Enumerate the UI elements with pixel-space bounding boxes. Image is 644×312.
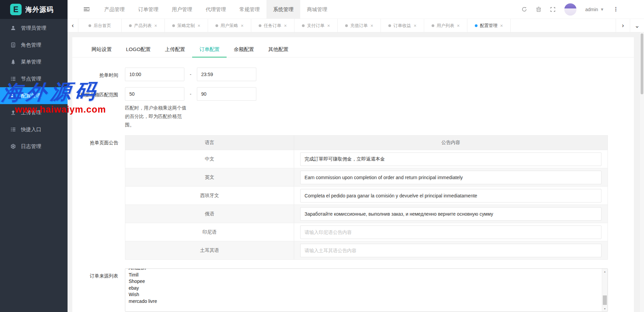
- close-tab-icon[interactable]: ×: [154, 23, 157, 28]
- sidebar-item-label: 管理员管理: [21, 25, 46, 31]
- page-scrollbar-thumb[interactable]: [641, 33, 643, 94]
- component-icon: [10, 93, 16, 99]
- sidebar-item-label: 配置管理: [21, 93, 41, 99]
- tabs-scroll-right-button[interactable]: ›: [616, 19, 630, 32]
- nav-user[interactable]: 用户管理: [165, 0, 199, 19]
- trash-icon[interactable]: [536, 6, 541, 12]
- language-label: 西班牙文: [125, 187, 294, 205]
- tab-user-list[interactable]: 用户列表 ×: [424, 19, 467, 32]
- scroll-up-icon[interactable]: ▲: [602, 269, 608, 274]
- announcement-input-en[interactable]: [300, 171, 601, 184]
- role-badge-icon: [10, 42, 16, 48]
- logo-text: 海外源码: [25, 5, 54, 14]
- sidebar-item-admin[interactable]: 管理员管理: [0, 20, 68, 37]
- announcement-input-id[interactable]: [300, 225, 601, 239]
- config-tab-order[interactable]: 订单配置: [192, 42, 227, 57]
- grab-time-end-input[interactable]: [197, 68, 256, 81]
- grab-time-start-input[interactable]: [125, 68, 184, 81]
- nav-system[interactable]: 系统管理: [266, 0, 300, 19]
- config-tab-balance[interactable]: 余额配置: [227, 42, 261, 57]
- tab-status-dot: [302, 24, 305, 27]
- close-tab-icon[interactable]: ×: [327, 23, 330, 28]
- match-range-min-input[interactable]: [125, 87, 184, 101]
- tab-pay-order[interactable]: 支付订单 ×: [294, 19, 338, 32]
- tab-status-dot: [388, 24, 391, 27]
- nav-order[interactable]: 订单管理: [131, 0, 165, 19]
- nav-mall[interactable]: 商城管理: [300, 0, 334, 19]
- close-tab-icon[interactable]: ×: [370, 23, 373, 28]
- tab-recharge-order[interactable]: 充值订单 ×: [338, 19, 381, 32]
- close-tab-icon[interactable]: ×: [457, 23, 460, 28]
- announcement-row: 抢单页面公告 语言 公告内容 中文 英文: [75, 135, 634, 260]
- announcement-input-es[interactable]: [300, 189, 601, 202]
- user-menu[interactable]: admin ▼: [585, 7, 604, 12]
- more-options-icon[interactable]: ⋮: [613, 6, 619, 13]
- textarea-scrollbar[interactable]: ▲ ▼: [602, 269, 608, 311]
- tab-status-dot: [259, 24, 261, 27]
- nav-product[interactable]: 产品管理: [98, 0, 131, 19]
- table-row: 俄语: [125, 205, 608, 223]
- close-tab-icon[interactable]: ×: [500, 23, 503, 28]
- user-icon: [10, 25, 16, 31]
- announcement-input-zh[interactable]: [300, 152, 601, 166]
- nav-general[interactable]: 常规管理: [233, 0, 266, 19]
- announcement-label: 抢单页面公告: [75, 135, 118, 260]
- sidebar-item-menu[interactable]: 菜单管理: [0, 53, 68, 70]
- config-card: 网站设置 LOGO配置 上传配置 订单配置 余额配置 其他配置 抢单时间 -: [72, 37, 634, 312]
- sidebar-item-label: 菜单管理: [21, 59, 41, 65]
- collapse-sidebar-icon[interactable]: [84, 6, 89, 12]
- tab-config-management[interactable]: 配置管理 ×: [467, 19, 511, 32]
- sidebar-item-log[interactable]: 日志管理: [0, 138, 68, 155]
- tabs-menu-button[interactable]: ⌄: [630, 19, 644, 32]
- language-label: 中文: [125, 150, 294, 168]
- config-tab-logo[interactable]: LOGO配置: [119, 42, 158, 57]
- logo-icon: E: [10, 4, 22, 15]
- log-icon: [10, 143, 16, 149]
- order-source-line: Amazon: [129, 268, 597, 272]
- order-source-line: Shopee: [129, 278, 597, 285]
- close-tab-icon[interactable]: ×: [284, 23, 287, 28]
- match-range-max-input[interactable]: [197, 87, 256, 101]
- close-tab-icon[interactable]: ×: [198, 23, 200, 28]
- order-source-line: mercado livre: [129, 298, 597, 305]
- tabs-scroll-left-button[interactable]: ‹: [68, 19, 78, 32]
- tab-task-order[interactable]: 任务订单 ×: [251, 19, 294, 32]
- table-row: 西班牙文: [125, 186, 608, 205]
- app-logo[interactable]: E 海外源码: [0, 0, 68, 19]
- sidebar-item-quick-entry[interactable]: 快捷入口: [0, 121, 68, 138]
- order-source-lines: Amazon Timll Shopee ebay Wish mercado li…: [129, 268, 608, 305]
- config-tab-upload[interactable]: 上传配置: [158, 42, 192, 57]
- order-source-textarea[interactable]: Amazon Timll Shopee ebay Wish mercado li…: [125, 268, 608, 312]
- announcement-input-ru[interactable]: [300, 207, 601, 221]
- config-tabs: 网站设置 LOGO配置 上传配置 订单配置 余额配置 其他配置: [72, 37, 634, 57]
- fullscreen-icon[interactable]: [550, 7, 556, 12]
- config-tab-other[interactable]: 其他配置: [261, 42, 295, 57]
- sidebar-item-node[interactable]: 节点管理: [0, 70, 68, 87]
- top-header: 产品管理 订单管理 用户管理 代理管理 常规管理 系统管理 商城管理 admin…: [68, 0, 644, 19]
- match-range-label: 根据余额匹配范围: [75, 87, 118, 129]
- tab-order-income[interactable]: 订单收益 ×: [381, 19, 424, 32]
- language-label: 俄语: [125, 205, 294, 223]
- tab-user-strategy[interactable]: 用户策略 ×: [208, 19, 251, 32]
- nav-agent[interactable]: 代理管理: [199, 0, 233, 19]
- scrollbar-thumb[interactable]: [603, 295, 607, 305]
- refresh-icon[interactable]: [521, 6, 527, 12]
- page-scrollbar[interactable]: [640, 32, 644, 312]
- close-tab-icon[interactable]: ×: [241, 23, 243, 28]
- sidebar-item-upload[interactable]: 上传管理: [0, 104, 68, 121]
- config-tab-website[interactable]: 网站设置: [84, 42, 119, 57]
- tab-home[interactable]: 后台首页: [78, 19, 122, 32]
- tab-product-list[interactable]: 产品列表 ×: [122, 19, 165, 32]
- announcement-input-tr[interactable]: [300, 244, 601, 257]
- sidebar-item-role[interactable]: 角色管理: [0, 37, 68, 53]
- user-avatar[interactable]: [564, 3, 576, 16]
- sidebar-item-config[interactable]: 配置管理: [0, 87, 68, 104]
- chevron-down-icon: ▼: [600, 7, 604, 12]
- language-label: 印尼语: [125, 223, 294, 241]
- table-row: 印尼语: [125, 223, 608, 241]
- tab-status-dot: [215, 24, 218, 27]
- tab-strategy-custom[interactable]: 策略定制 ×: [165, 19, 208, 32]
- order-config-form: 抢单时间 - 根据余额匹配范围 -: [72, 68, 634, 312]
- close-tab-icon[interactable]: ×: [414, 23, 416, 28]
- scroll-down-icon[interactable]: ▼: [602, 306, 608, 311]
